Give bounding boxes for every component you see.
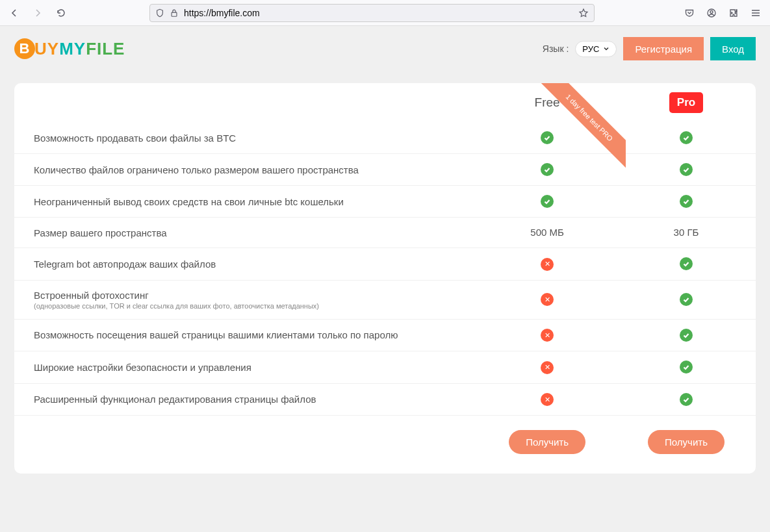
feature-row: Telegram bot автопродаж ваших файлов✕ — [14, 248, 756, 281]
feature-label: Широкие настройки безопасности и управле… — [34, 362, 251, 373]
feature-label: Расширенный функционал редактирования ст… — [34, 394, 316, 405]
feature-label: Telegram bot автопродаж ваших файлов — [34, 259, 216, 270]
plan-pro-header: Pro — [669, 92, 703, 113]
feature-label: Количество файлов ограничено только разм… — [34, 164, 359, 175]
feature-label: Возможность продавать свои файлы за BTC — [34, 133, 236, 144]
feature-row: Неограниченный вывод своих средств на св… — [14, 186, 756, 218]
feature-row: Размер вашего пространства500 МБ30 ГБ — [14, 218, 756, 248]
check-icon — [680, 195, 693, 208]
feature-value: 500 МБ — [530, 227, 564, 238]
check-icon — [680, 131, 693, 144]
feature-row: Количество файлов ограничено только разм… — [14, 154, 756, 186]
feature-row: Возможность посещения вашей страницы ваш… — [14, 319, 756, 351]
menu-icon[interactable] — [751, 8, 761, 18]
site-logo[interactable]: B UY MY FILE — [14, 38, 125, 59]
bookmark-star-icon[interactable] — [578, 8, 589, 18]
feature-label: Возможность посещения вашей страницы ваш… — [34, 329, 398, 340]
cross-icon: ✕ — [541, 393, 554, 406]
feature-row: Встроенный фотохостинг(одноразовые ссылк… — [14, 280, 756, 319]
cross-icon: ✕ — [541, 293, 554, 306]
chevron-down-icon — [603, 45, 610, 52]
get-free-button[interactable]: Получить — [509, 430, 585, 454]
browser-toolbar: https://bmyfile.com — [0, 0, 770, 26]
check-icon — [541, 131, 554, 144]
feature-row: Возможность продавать свои файлы за BTC — [14, 122, 756, 154]
login-button[interactable]: Вход — [710, 37, 756, 60]
check-icon — [680, 257, 693, 270]
address-bar[interactable]: https://bmyfile.com — [149, 4, 595, 22]
check-icon — [541, 163, 554, 176]
pricing-card: 1 day free test PRO Free Pro Возможность… — [14, 83, 756, 474]
language-label: Язык : — [543, 44, 569, 54]
check-icon — [541, 195, 554, 208]
reload-icon[interactable] — [56, 8, 66, 18]
check-icon — [680, 329, 693, 342]
feature-row: Расширенный функционал редактирования ст… — [14, 383, 756, 416]
cross-icon: ✕ — [541, 361, 554, 374]
language-select[interactable]: РУС — [575, 41, 617, 57]
register-button[interactable]: Регистрация — [623, 37, 704, 60]
forward-icon[interactable] — [32, 8, 43, 18]
cross-icon: ✕ — [541, 329, 554, 342]
bitcoin-icon: B — [14, 38, 35, 59]
back-icon[interactable] — [9, 8, 19, 18]
feature-label: Встроенный фотохостинг — [34, 290, 149, 301]
feature-label: Неограниченный вывод своих средств на св… — [34, 196, 344, 207]
check-icon — [680, 163, 693, 176]
pocket-icon[interactable] — [684, 8, 695, 18]
extensions-icon[interactable] — [728, 8, 739, 18]
plan-free-header: Free — [535, 95, 560, 109]
check-icon — [680, 293, 693, 306]
url-text: https://bmyfile.com — [184, 8, 573, 18]
feature-label: Размер вашего пространства — [34, 227, 167, 238]
lock-icon — [170, 8, 179, 18]
site-header: B UY MY FILE Язык : РУС Регистрация Вход — [0, 26, 770, 71]
get-pro-button[interactable]: Получить — [648, 430, 725, 454]
pricing-table: Free Pro Возможность продавать свои файл… — [14, 83, 756, 474]
svg-point-2 — [710, 10, 713, 13]
feature-row: Широкие настройки безопасности и управле… — [14, 351, 756, 384]
cross-icon: ✕ — [541, 258, 554, 271]
svg-rect-0 — [172, 12, 177, 16]
check-icon — [680, 393, 693, 406]
feature-value: 30 ГБ — [674, 227, 699, 238]
feature-subtext: (одноразовые ссылки, TOR и clear ссылка … — [34, 302, 478, 310]
account-icon[interactable] — [706, 8, 717, 18]
shield-icon — [155, 8, 164, 18]
check-icon — [680, 361, 693, 374]
